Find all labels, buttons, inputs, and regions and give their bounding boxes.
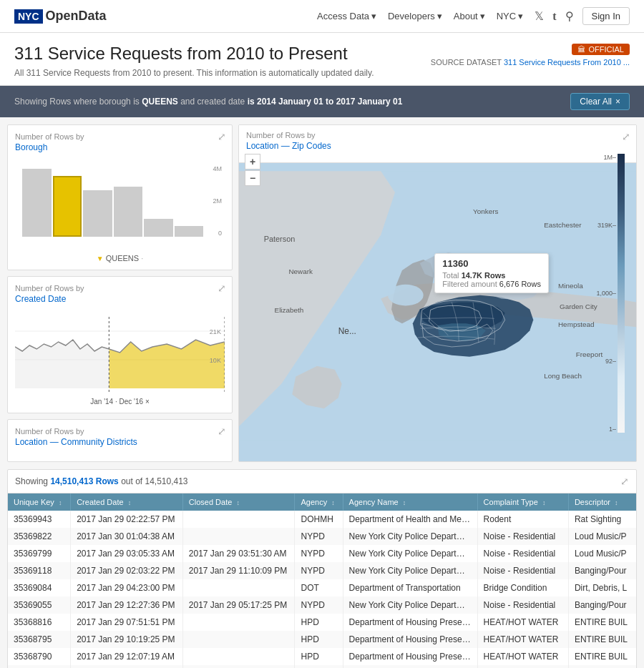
signin-button[interactable]: Sign In [582, 7, 630, 25]
official-badge: 🏛 OFFICIAL [572, 44, 630, 55]
cell-agency: NYPD [295, 562, 343, 579]
borough-chart-link[interactable]: Borough [15, 142, 225, 152]
cell-closed: 2017 Jan 29 05:17:25 PM [182, 596, 295, 614]
table-body: 353699432017 Jan 29 02:22:57 PMDOHMHDepa… [8, 511, 636, 668]
cell-key: 35368605 [8, 665, 71, 668]
y-axis-labels: 4M 2M 0 [213, 165, 222, 237]
search-icon[interactable]: ⚲ [565, 9, 574, 23]
bar-bx[interactable] [114, 187, 143, 237]
tumblr-icon[interactable]: t [552, 10, 556, 23]
title-right: 🏛 OFFICIAL SOURCE DATASET 311 Service Re… [431, 44, 630, 67]
col-complaint-type[interactable]: Complaint Type ↕ [477, 493, 568, 511]
col-agency[interactable]: Agency ↕ [295, 493, 343, 511]
twitter-icon[interactable]: 𝕏 [535, 9, 544, 23]
cell-agency_name: Department of Health and Mental Hygiene [343, 511, 477, 528]
header: NYC OpenData Access Data ▾ Developers ▾ … [0, 0, 644, 33]
cell-agency_name: New York City Police Department [343, 596, 477, 614]
badge-icon: 🏛 [577, 45, 585, 54]
cell-key: 35369055 [8, 596, 71, 614]
map-expand-icon[interactable]: ⤢ [622, 131, 630, 142]
svg-text:Newark: Newark [288, 267, 313, 275]
cell-closed: 2017 Jan 29 11:10:09 PM [182, 562, 295, 579]
cell-created: 2017 Jan 29 03:05:33 AM [71, 545, 183, 562]
cell-descriptor: Noise: Jack H [568, 665, 636, 668]
borough-bar-chart: 4M 2M 0 [15, 158, 225, 251]
cell-agency: HPD [295, 648, 343, 665]
filter-bar: Showing Rows where borough is QUEENS and… [0, 86, 644, 117]
tooltip-total: Total 14.7K Rows [442, 271, 541, 280]
clear-all-button[interactable]: Clear All × [570, 93, 630, 110]
bar-q[interactable] [53, 176, 82, 237]
table-row: 353699432017 Jan 29 02:22:57 PMDOHMHDepa… [8, 511, 636, 528]
cell-complaint: HEAT/HOT WATER [477, 614, 568, 631]
svg-text:Ne...: Ne... [338, 326, 356, 336]
table-row: 353687902017 Jan 29 12:07:19 AMHPDDepart… [8, 648, 636, 665]
cell-descriptor: Loud Music/P [568, 528, 636, 545]
showing-count: 14,510,413 Rows [50, 476, 118, 486]
cell-agency: HPD [295, 631, 343, 648]
cell-key: 35369084 [8, 579, 71, 596]
svg-text:10K: 10K [210, 357, 221, 364]
borough-annotation: ▼ QUEENS · [15, 254, 225, 262]
and-label: and [180, 97, 195, 107]
zoom-in-button[interactable]: + [245, 154, 260, 170]
cell-agency: DOHMH [295, 511, 343, 528]
map-panel: Number of Rows by Location — Zip Codes ⤢… [238, 124, 637, 462]
cell-closed [182, 614, 295, 631]
cell-created: 2017 Jan 29 04:23:00 PM [71, 579, 183, 596]
cell-complaint: Noise - Residential [477, 545, 568, 562]
zoom-out-button[interactable]: − [245, 170, 260, 186]
table-section: Showing 14,510,413 Rows out of 14,510,41… [7, 469, 637, 668]
nav-nyc[interactable]: NYC ▾ [497, 11, 523, 21]
timeseries-expand-icon[interactable]: ⤢ [218, 283, 226, 294]
cell-complaint: Rodent [477, 511, 568, 528]
svg-text:Eastchester: Eastchester [544, 221, 582, 229]
nyc-logo[interactable]: NYC [14, 9, 43, 24]
col-closed-date[interactable]: Closed Date ↕ [182, 493, 295, 511]
borough-chart-title: Number of Rows by [15, 132, 225, 141]
cell-agency: HPD [295, 614, 343, 631]
bar-si[interactable] [144, 219, 173, 237]
source-link[interactable]: 311 Service Requests From 2010 ... [504, 58, 630, 67]
bar-mn[interactable] [83, 190, 112, 237]
col-created-date[interactable]: Created Date ↕ [71, 493, 183, 511]
cell-key: 35368790 [8, 648, 71, 665]
cell-complaint: Noise [477, 665, 568, 668]
source-label: SOURCE DATASET [431, 58, 502, 67]
borough-expand-icon[interactable]: ⤢ [218, 131, 226, 142]
table-expand-icon[interactable]: ⤢ [620, 476, 629, 487]
cell-key: 35369822 [8, 528, 71, 545]
tooltip-zip: 11360 [442, 258, 541, 269]
cell-agency: NYPD [295, 528, 343, 545]
nav-about[interactable]: About ▾ [454, 11, 485, 21]
bar-bk[interactable] [22, 169, 52, 237]
timeseries-chart-link[interactable]: Created Date [15, 294, 225, 304]
svg-marker-3 [109, 340, 225, 388]
community-chart-title: Number of Rows by [15, 427, 225, 436]
col-descriptor[interactable]: Descriptor ↕ [568, 493, 636, 511]
data-table: Unique Key ↕ Created Date ↕ Closed Date … [8, 493, 636, 668]
col-unique-key[interactable]: Unique Key ↕ [8, 493, 71, 511]
opendata-logo[interactable]: OpenData [46, 9, 107, 24]
map-chart-link[interactable]: Location — Zip Codes [246, 141, 629, 151]
source-dataset: SOURCE DATASET 311 Service Requests From… [431, 58, 630, 67]
nav-developers[interactable]: Developers ▾ [388, 11, 442, 21]
cell-closed [182, 631, 295, 648]
cell-complaint: HEAT/HOT WATER [477, 648, 568, 665]
page-description: All 311 Service Requests from 2010 to pr… [14, 68, 374, 78]
cell-key: 35368816 [8, 614, 71, 631]
community-chart-link[interactable]: Location — Community Districts [15, 437, 225, 447]
nav-access-data[interactable]: Access Data ▾ [317, 11, 376, 21]
map-legend: 1M– 319K– 1,000– 92– 1– [618, 154, 630, 433]
cell-created: 2017 Jan 29 02:22:57 PM [71, 511, 183, 528]
left-panels: ⤢ Number of Rows by Borough 4M 2M 0 [7, 124, 233, 462]
clear-x-icon: × [615, 97, 620, 107]
cell-descriptor: Banging/Pour [568, 562, 636, 579]
col-agency-name[interactable]: Agency Name ↕ [343, 493, 477, 511]
community-expand-icon[interactable]: ⤢ [218, 426, 226, 437]
bar-unknown[interactable] [175, 226, 204, 237]
tooltip-filtered: Filtered amount 6,676 Rows [442, 280, 541, 288]
table-row: 353698222017 Jan 30 01:04:38 AMNYPDNew Y… [8, 528, 636, 545]
nav-links: Access Data ▾ Developers ▾ About ▾ NYC ▾… [317, 7, 630, 25]
where-label: where [74, 97, 97, 107]
